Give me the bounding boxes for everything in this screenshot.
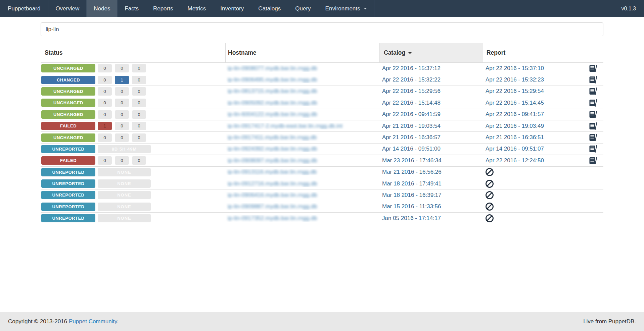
column-header-catalog[interactable]: Catalog [379,43,483,62]
hostname-link[interactable]: ip-lin-0917411.mydb.bar.lin.rngg.db [228,134,317,141]
nav-item-facts[interactable]: Facts [117,0,146,17]
table-row: UNCHANGED000ip-lin-0908077.mydb.bar.lin.… [41,63,603,74]
hostname-cell: ip-lin-0913116.mydb.bar.lin.rngg.db [225,169,379,175]
report-book-icon[interactable] [589,157,597,164]
report-cell [483,168,583,176]
status-badge: CHANGED [41,76,95,84]
hostname-link[interactable]: ip-lin-0908077.mydb.bar.lin.rngg.db [228,65,317,72]
report-action-cell [583,111,603,118]
catalog-timestamp-link[interactable]: Mar 23 2016 - 17:46:34 [382,157,442,164]
nav-item-nodes[interactable]: Nodes [86,0,117,17]
nodes-table: Status Hostname Catalog Report UNCHANGED… [41,43,603,224]
table-row: UNCHANGED000ip-lin-6004122.mydb.bar.lin.… [41,109,603,120]
report-counters: NONE [98,214,151,222]
table-row: UNREPORTEDNONEip-lin-0913116.mydb.bar.li… [41,167,603,178]
report-counter: 0 [115,110,129,119]
nav-item-query[interactable]: Query [288,0,318,17]
report-counters: 010 [98,76,146,84]
hostname-link[interactable]: ip-lin-0917352.mydb.bar.lin.rngg.db [228,215,317,222]
hostname-link[interactable]: ip-lin-0924392.mydb.bar.lin.rngg.db [228,146,317,152]
table-row: UNCHANGED000ip-lin-0905092.mydb.bar.lin.… [41,97,603,109]
report-action-cell [583,76,603,84]
report-timestamp-link[interactable]: Apr 14 2016 - 09:51:07 [486,146,544,152]
hostname-cell: ip-lin-0924392.mydb.bar.lin.rngg.db [225,146,379,152]
report-counters: NONE [98,179,151,188]
hostname-cell: ip-lin-0905092.mydb.bar.lin.rngg.db [225,100,379,106]
unreported-duration-label: NONE [98,214,151,222]
hostname-link[interactable]: ip-lin-0912716.mydb.bar.lin.rngg.db [228,180,317,187]
status-cell: UNCHANGED000 [41,99,225,107]
catalog-timestamp-link[interactable]: Mar 15 2016 - 11:33:56 [382,203,441,210]
no-report-icon [486,214,494,222]
catalog-timestamp-link[interactable]: Apr 22 2016 - 15:29:56 [382,88,441,95]
hostname-cell: ip-lin-0917352.mydb.bar.lin.rngg.db [225,215,379,222]
report-timestamp-link[interactable]: Apr 22 2016 - 15:29:54 [486,88,544,95]
report-timestamp-link[interactable]: Apr 22 2016 - 15:14:45 [486,100,544,106]
catalog-timestamp-link[interactable]: Jan 05 2016 - 17:14:17 [382,215,441,222]
hostname-link[interactable]: ip-lin-0908097.mydb.bar.lin.rngg.db [228,157,317,164]
report-timestamp-link[interactable]: Apr 22 2016 - 09:41:57 [486,111,544,118]
hostname-link[interactable]: ip-lin-0917417-2.mydb-east.bar.lin.rngg.… [228,123,342,129]
nav-item-metrics[interactable]: Metrics [180,0,213,17]
table-body: UNCHANGED000ip-lin-0908077.mydb.bar.lin.… [41,63,603,224]
report-book-icon[interactable] [589,122,597,130]
column-header-status[interactable]: Status [41,43,225,62]
catalog-timestamp-link[interactable]: Apr 22 2016 - 09:41:59 [382,111,441,118]
catalog-timestamp-link[interactable]: Mar 21 2016 - 16:56:26 [382,169,442,175]
status-cell: UNREPORTED8D 5H 49M [41,145,225,153]
column-header-report[interactable]: Report [483,43,583,62]
column-header-actions [583,43,603,62]
report-book-icon[interactable] [589,76,597,84]
report-counter: 0 [98,156,112,165]
report-counter: 0 [115,64,129,72]
report-book-icon[interactable] [589,88,597,95]
catalog-timestamp-link[interactable]: Apr 22 2016 - 15:14:48 [382,100,441,106]
puppet-community-link[interactable]: Puppet Community [69,318,117,325]
hostname-link[interactable]: ip-lin-0909887.mydb.bar.lin.rngg.db [228,203,317,210]
report-book-icon[interactable] [589,99,597,107]
hostname-link[interactable]: ip-lin-0813715.mydb.bar.lin.rngg.db [228,88,317,95]
catalog-timestamp-link[interactable]: Apr 21 2016 - 16:36:57 [382,134,441,141]
hostname-link[interactable]: ip-lin-0905092.mydb.bar.lin.rngg.db [228,100,317,106]
status-badge: FAILED [41,156,95,165]
catalog-timestamp-link[interactable]: Apr 21 2016 - 19:03:54 [382,123,441,129]
report-book-icon[interactable] [589,65,597,72]
report-counters: NONE [98,203,151,211]
nav-item-inventory[interactable]: Inventory [213,0,251,17]
catalog-timestamp-link[interactable]: Mar 18 2016 - 17:49:41 [382,180,442,187]
report-timestamp-link[interactable]: Apr 22 2016 - 15:37:10 [486,65,544,72]
catalog-cell: Apr 22 2016 - 15:37:12 [379,65,483,72]
catalog-timestamp-link[interactable]: Apr 14 2016 - 09:51:00 [382,146,441,152]
report-counter: 0 [132,76,146,84]
report-cell [483,203,583,211]
status-badge: UNREPORTED [41,203,95,211]
report-book-icon[interactable] [589,145,597,153]
report-timestamp-link[interactable]: Apr 21 2016 - 19:03:49 [486,123,544,129]
nav-item-environments[interactable]: Environments [318,0,374,17]
hostname-link[interactable]: ip-lin-6004122.mydb.bar.lin.rngg.db [228,111,317,118]
report-cell: Apr 22 2016 - 09:41:57 [483,111,583,118]
report-counters: NONE [98,168,151,176]
hostname-link[interactable]: ip-lin-0906416.mydb.bar.lin.rngg.db [228,192,317,199]
nav-item-overview[interactable]: Overview [48,0,86,17]
report-timestamp-link[interactable]: Apr 22 2016 - 15:32:23 [486,76,544,83]
nav-items: OverviewNodesFactsReportsMetricsInventor… [48,0,374,17]
catalog-timestamp-link[interactable]: Apr 22 2016 - 15:32:22 [382,76,441,83]
report-book-icon[interactable] [589,111,597,118]
column-header-hostname[interactable]: Hostname [225,43,379,62]
table-row: UNCHANGED000ip-lin-0917411.mydb.bar.lin.… [41,132,603,143]
report-counter: 0 [98,87,112,96]
nav-item-catalogs[interactable]: Catalogs [251,0,288,17]
nav-item-reports[interactable]: Reports [146,0,180,17]
hostname-link[interactable]: ip-lin-0913116.mydb.bar.lin.rngg.db [228,169,317,175]
node-search-input[interactable] [41,22,603,36]
report-timestamp-link[interactable]: Apr 22 2016 - 12:24:50 [486,157,544,164]
report-timestamp-link[interactable]: Apr 21 2016 - 16:36:51 [486,134,544,141]
catalog-timestamp-link[interactable]: Apr 22 2016 - 15:37:12 [382,65,441,72]
version-label[interactable]: v0.1.3 [613,0,644,17]
report-counter: 0 [132,99,146,107]
brand-link[interactable]: Puppetboard [0,0,48,17]
catalog-timestamp-link[interactable]: Mar 18 2016 - 16:39:17 [382,192,442,199]
report-book-icon[interactable] [589,134,597,141]
hostname-link[interactable]: ip-lin-0906495.mydb.bar.lin.rngg.db [228,76,317,83]
